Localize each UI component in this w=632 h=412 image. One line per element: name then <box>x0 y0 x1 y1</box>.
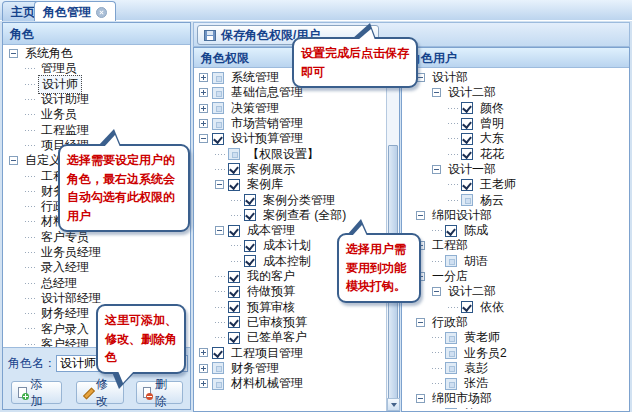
expand-plus-icon[interactable] <box>199 379 208 388</box>
checkbox-checked-icon[interactable] <box>212 133 224 145</box>
checkbox-unchecked-icon[interactable] <box>445 347 457 359</box>
checkbox-checked-icon[interactable] <box>228 271 240 283</box>
tree-item[interactable]: 袁彭 <box>402 361 629 376</box>
tree-item[interactable]: 依依 <box>402 299 629 314</box>
tree-item[interactable]: 录入经理 <box>3 260 190 275</box>
tree-item[interactable]: 曾明 <box>402 116 629 131</box>
checkbox-checked-icon[interactable] <box>244 194 256 206</box>
collapse-minus-icon[interactable] <box>432 287 441 296</box>
checkbox-unchecked-icon[interactable] <box>445 362 457 374</box>
tree-item[interactable]: 管理员 <box>3 61 190 76</box>
tree-item[interactable]: 已审核预算 <box>194 315 385 330</box>
checkbox-unchecked-icon[interactable] <box>212 378 224 390</box>
tree-item[interactable]: 设计师 <box>3 77 190 92</box>
tree-item[interactable]: 胡语 <box>402 254 629 269</box>
collapse-minus-icon[interactable] <box>416 211 425 220</box>
tree-item[interactable]: 业务员 <box>3 107 190 122</box>
tree-item[interactable]: 工程监理 <box>3 122 190 137</box>
expand-plus-icon[interactable] <box>199 119 208 128</box>
checkbox-unchecked-icon[interactable] <box>212 362 224 374</box>
tree-item[interactable]: 已签单客户 <box>194 330 385 345</box>
collapse-minus-icon[interactable] <box>432 165 441 174</box>
checkbox-unchecked-icon[interactable] <box>212 118 224 130</box>
checkbox-checked-icon[interactable] <box>461 301 473 313</box>
collapse-minus-icon[interactable] <box>416 394 425 403</box>
tree-item[interactable]: 陈成 <box>402 223 629 238</box>
checkbox-checked-icon[interactable] <box>461 148 473 160</box>
tree-item[interactable]: 业务员经理 <box>3 245 190 260</box>
tree-item[interactable]: 业务员2 <box>402 345 629 360</box>
checkbox-checked-icon[interactable] <box>461 179 473 191</box>
checkbox-unchecked-icon[interactable] <box>461 194 473 206</box>
tree-item[interactable]: 材料机械管理 <box>194 376 385 391</box>
tree-item[interactable]: 案例展示 <box>194 162 385 177</box>
checkbox-checked-icon[interactable] <box>244 240 256 252</box>
tree-item[interactable]: 【权限设置】 <box>194 146 385 161</box>
tree-item[interactable]: 设计助理 <box>3 92 190 107</box>
checkbox-checked-icon[interactable] <box>228 179 240 191</box>
expand-plus-icon[interactable] <box>199 88 208 97</box>
checkbox-unchecked-icon[interactable] <box>445 255 457 267</box>
tree-item[interactable]: 杨云 <box>402 192 629 207</box>
checkbox-checked-icon[interactable] <box>228 225 240 237</box>
checkbox-unchecked-icon[interactable] <box>212 72 224 84</box>
tree-item[interactable]: 工程部 <box>402 238 629 253</box>
expand-plus-icon[interactable] <box>199 73 208 82</box>
close-icon[interactable] <box>96 7 107 18</box>
collapse-minus-icon[interactable] <box>215 180 224 189</box>
checkbox-unchecked-icon[interactable] <box>445 378 457 390</box>
tree-item[interactable]: 黄老师 <box>402 330 629 345</box>
tree-item[interactable]: 决策管理 <box>194 101 385 116</box>
tree-item[interactable]: 王老师 <box>402 177 629 192</box>
collapse-minus-icon[interactable] <box>199 134 208 143</box>
collapse-minus-icon[interactable] <box>215 226 224 235</box>
checkbox-unchecked-icon[interactable] <box>212 87 224 99</box>
collapse-minus-icon[interactable] <box>432 88 441 97</box>
checkbox-unchecked-icon[interactable] <box>228 148 240 160</box>
checkbox-checked-icon[interactable] <box>228 316 240 328</box>
add-role-button[interactable]: 添加 <box>11 381 62 404</box>
tree-item[interactable]: 行政部 <box>402 315 629 330</box>
tree-item[interactable]: 大东 <box>402 131 629 146</box>
tree-item[interactable]: 总经理 <box>3 275 190 290</box>
tree-item[interactable]: 设计部 <box>402 70 629 85</box>
checkbox-unchecked-icon[interactable] <box>445 332 457 344</box>
tree-item[interactable]: 绵阳设计部 <box>402 208 629 223</box>
checkbox-checked-icon[interactable] <box>228 286 240 298</box>
tree-item[interactable]: 市场营销管理 <box>194 116 385 131</box>
tree-item[interactable]: 工程项目管理 <box>194 345 385 360</box>
expand-plus-icon[interactable] <box>199 364 208 373</box>
checkbox-checked-icon[interactable] <box>244 255 256 267</box>
checkbox-checked-icon[interactable] <box>228 332 240 344</box>
delete-role-button[interactable]: 删除 <box>136 381 183 404</box>
collapse-minus-icon[interactable] <box>9 49 18 58</box>
tree-item[interactable]: 设计预算管理 <box>194 131 385 146</box>
tree-item[interactable]: 系统角色 <box>3 46 190 61</box>
tree-item[interactable]: 案例分类管理 <box>194 192 385 207</box>
tree-item[interactable]: 张浩 <box>402 376 629 391</box>
tab-role-management[interactable]: 角色管理 <box>34 1 116 21</box>
tree-item[interactable]: 设计二部 <box>402 284 629 299</box>
tree-item[interactable]: 设计一部 <box>402 162 629 177</box>
checkbox-checked-icon[interactable] <box>244 209 256 221</box>
tree-item[interactable]: 设计二部 <box>402 85 629 100</box>
checkbox-checked-icon[interactable] <box>461 102 473 114</box>
checkbox-checked-icon[interactable] <box>228 163 240 175</box>
checkbox-unchecked-icon[interactable] <box>212 102 224 114</box>
tree-item[interactable]: 案例库 <box>194 177 385 192</box>
tree-item[interactable]: 财务管理 <box>194 361 385 376</box>
checkbox-checked-icon[interactable] <box>445 225 457 237</box>
checkbox-checked-icon[interactable] <box>461 118 473 130</box>
collapse-minus-icon[interactable] <box>416 318 425 327</box>
tree-item[interactable]: 颜佟 <box>402 101 629 116</box>
checkbox-checked-icon[interactable] <box>461 133 473 145</box>
tree-item[interactable]: 绵阳市场部 <box>402 391 629 406</box>
checkbox-unchecked-icon[interactable] <box>445 408 457 409</box>
scroll-down-button[interactable] <box>387 398 400 411</box>
expand-plus-icon[interactable] <box>199 348 208 357</box>
tree-item[interactable]: 花花 <box>402 146 629 161</box>
checkbox-checked-icon[interactable] <box>212 347 224 359</box>
collapse-minus-icon[interactable] <box>9 156 18 165</box>
tree-item[interactable]: 一分店 <box>402 269 629 284</box>
expand-plus-icon[interactable] <box>199 104 208 113</box>
